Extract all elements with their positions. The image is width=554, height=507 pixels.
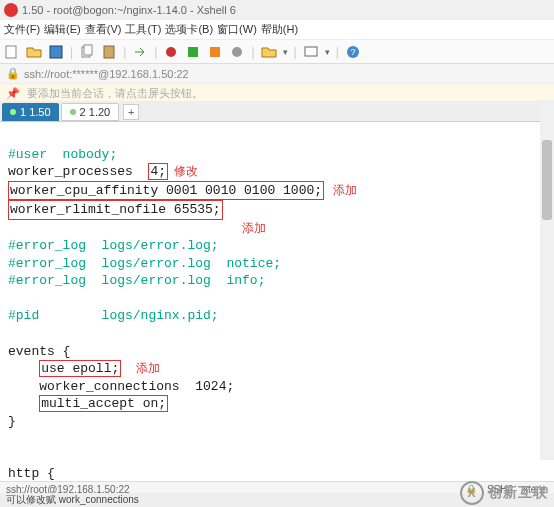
code-line: #user nobody;: [8, 147, 117, 162]
tab-session-2[interactable]: 2 1.20: [61, 103, 120, 121]
menu-tab[interactable]: 选项卡(B): [165, 22, 213, 37]
hint-bar: 📌 要添加当前会话，请点击屏头按钮。: [0, 84, 554, 102]
watermark-text: 创新互联: [488, 484, 548, 502]
code-line: worker_processes: [8, 164, 148, 179]
svg-rect-6: [188, 47, 198, 57]
code-line: worker_connections 1024;: [8, 379, 234, 394]
svg-rect-7: [210, 47, 220, 57]
svg-point-8: [232, 47, 242, 57]
menu-view[interactable]: 查看(V): [85, 22, 122, 37]
lock-icon: 🔒: [6, 67, 20, 80]
scrollbar-thumb[interactable]: [542, 140, 552, 220]
svg-rect-9: [305, 47, 317, 56]
annotation: 修改: [168, 164, 198, 178]
menu-file[interactable]: 文件(F): [4, 22, 40, 37]
toolbar-help-icon[interactable]: ?: [345, 44, 361, 60]
tab-add-button[interactable]: +: [123, 104, 139, 120]
toolbar-arrow-icon[interactable]: [132, 44, 148, 60]
code-line: events {: [8, 344, 70, 359]
menu-help[interactable]: 帮助(H): [261, 22, 298, 37]
svg-rect-1: [50, 46, 62, 58]
highlight-box: use epoll;: [39, 360, 121, 377]
toolbar-save-icon[interactable]: [48, 44, 64, 60]
svg-rect-0: [6, 46, 16, 58]
watermark-logo-icon: X: [460, 481, 484, 505]
app-icon: [4, 3, 18, 17]
toolbar-bug-icon[interactable]: [163, 44, 179, 60]
toolbar-paste-icon[interactable]: [101, 44, 117, 60]
menu-edit[interactable]: 编辑(E): [44, 22, 81, 37]
code-line: #error_log logs/error.log info;: [8, 273, 265, 288]
toolbar-orange-icon[interactable]: [207, 44, 223, 60]
annotation: 添加: [121, 361, 160, 375]
code-line: #error_log logs/error.log;: [8, 238, 219, 253]
toolbar-open-icon[interactable]: [26, 44, 42, 60]
svg-rect-4: [104, 46, 114, 58]
code-line: #error_log logs/error.log notice;: [8, 256, 281, 271]
code-line: #pid logs/nginx.pid;: [8, 308, 219, 323]
vertical-scrollbar[interactable]: [540, 100, 554, 460]
menu-window[interactable]: 窗口(W): [217, 22, 257, 37]
terminal-editor[interactable]: #user nobody; worker_processes 4; 修改 wor…: [0, 122, 554, 482]
address-text[interactable]: ssh://root:******@192.168.1.50:22: [24, 68, 189, 80]
toolbar-gray-icon[interactable]: [229, 44, 245, 60]
toolbar-new-icon[interactable]: [4, 44, 20, 60]
code-line: http {: [8, 466, 55, 481]
annotation: 添加: [324, 183, 357, 197]
window-titlebar: 1.50 - root@bogon:~/nginx-1.14.0 - Xshel…: [0, 0, 554, 20]
highlight-box: 4;: [148, 163, 168, 180]
highlight-box: worker_cpu_affinity 0001 0010 0100 1000;: [8, 181, 324, 201]
svg-point-5: [166, 47, 176, 57]
pin-icon: 📌: [6, 87, 20, 99]
svg-text:?: ?: [350, 47, 355, 57]
svg-rect-3: [84, 45, 92, 55]
tab-session-1[interactable]: 1 1.50: [2, 103, 59, 121]
toolbar-folder-icon[interactable]: [261, 44, 277, 60]
watermark: X 创新互联: [460, 481, 548, 505]
toolbar: | | | | ▾ | ▾ | ?: [0, 40, 554, 64]
window-title: 1.50 - root@bogon:~/nginx-1.14.0 - Xshel…: [22, 4, 236, 16]
address-bar: 🔒 ssh://root:******@192.168.1.50:22: [0, 64, 554, 84]
toolbar-screen-icon[interactable]: [303, 44, 319, 60]
tab-bar: 1 1.50 2 1.20 +: [0, 102, 554, 122]
toolbar-copy-icon[interactable]: [79, 44, 95, 60]
code-line: }: [8, 414, 16, 429]
annotation: 添加: [242, 221, 266, 235]
highlight-box: worker_rlimit_nofile 65535;: [8, 200, 223, 220]
menu-tools[interactable]: 工具(T): [125, 22, 161, 37]
toolbar-green-icon[interactable]: [185, 44, 201, 60]
highlight-box: multi_accept on;: [39, 395, 168, 412]
hint-text: 要添加当前会话，请点击屏头按钮。: [27, 87, 203, 99]
menu-bar: 文件(F) 编辑(E) 查看(V) 工具(T) 选项卡(B) 窗口(W) 帮助(…: [0, 20, 554, 40]
